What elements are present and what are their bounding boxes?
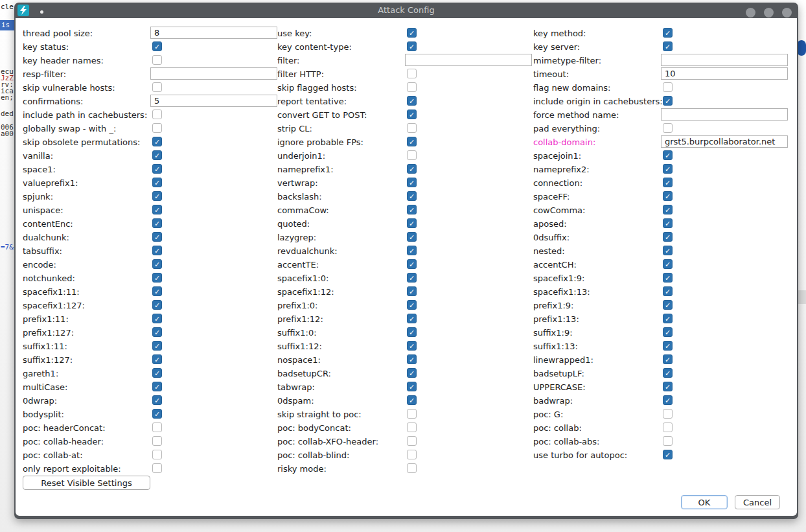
- minimize-button[interactable]: [746, 8, 755, 17]
- checkbox-unchecked[interactable]: [407, 450, 417, 459]
- checkbox-checked[interactable]: ✓: [663, 259, 673, 269]
- dialog-titlebar[interactable]: Attack Config: [14, 3, 798, 18]
- checkbox-checked[interactable]: ✓: [407, 164, 417, 174]
- checkbox-unchecked[interactable]: [407, 409, 417, 419]
- checkbox-checked[interactable]: ✓: [407, 191, 417, 201]
- text-input[interactable]: [661, 54, 788, 66]
- checkbox-checked[interactable]: ✓: [152, 354, 162, 364]
- checkbox-checked[interactable]: ✓: [663, 300, 673, 310]
- checkbox-checked[interactable]: ✓: [152, 246, 162, 255]
- checkbox-checked[interactable]: ✓: [152, 164, 162, 174]
- close-button[interactable]: [782, 8, 792, 17]
- checkbox-unchecked[interactable]: [663, 422, 673, 432]
- checkbox-checked[interactable]: ✓: [152, 137, 162, 146]
- checkbox-unchecked[interactable]: [152, 422, 162, 432]
- checkbox-checked[interactable]: ✓: [663, 218, 673, 228]
- checkbox-unchecked[interactable]: [152, 436, 162, 446]
- checkbox-checked[interactable]: ✓: [152, 368, 162, 378]
- checkbox-checked[interactable]: ✓: [663, 450, 673, 459]
- checkbox-checked[interactable]: ✓: [663, 368, 673, 378]
- reset-visible-settings-button[interactable]: Reset Visible Settings: [23, 476, 150, 490]
- checkbox-checked[interactable]: ✓: [663, 395, 673, 405]
- checkbox-unchecked[interactable]: [407, 123, 417, 133]
- checkbox-checked[interactable]: ✓: [407, 286, 417, 296]
- checkbox-checked[interactable]: ✓: [663, 314, 673, 323]
- checkbox-checked[interactable]: ✓: [407, 218, 417, 228]
- checkbox-checked[interactable]: ✓: [152, 341, 162, 351]
- checkbox-unchecked[interactable]: [407, 463, 417, 473]
- cancel-button[interactable]: Cancel: [735, 495, 780, 509]
- checkbox-checked[interactable]: ✓: [152, 259, 162, 269]
- checkbox-checked[interactable]: ✓: [663, 96, 673, 106]
- checkbox-checked[interactable]: ✓: [663, 354, 673, 364]
- checkbox-unchecked[interactable]: [152, 123, 162, 133]
- checkbox-checked[interactable]: ✓: [152, 327, 162, 337]
- checkbox-checked[interactable]: ✓: [407, 232, 417, 242]
- checkbox-unchecked[interactable]: [407, 436, 417, 446]
- checkbox-checked[interactable]: ✓: [407, 395, 417, 405]
- checkbox-checked[interactable]: ✓: [663, 164, 673, 174]
- checkbox-unchecked[interactable]: [663, 123, 673, 133]
- checkbox-unchecked[interactable]: [407, 150, 417, 160]
- checkbox-unchecked[interactable]: [663, 436, 673, 446]
- checkbox-checked[interactable]: ✓: [407, 382, 417, 391]
- checkbox-unchecked[interactable]: [663, 409, 673, 419]
- checkbox-checked[interactable]: ✓: [407, 354, 417, 364]
- text-input[interactable]: [661, 135, 788, 148]
- checkbox-checked[interactable]: ✓: [663, 150, 673, 160]
- ok-button[interactable]: OK: [681, 495, 728, 509]
- checkbox-checked[interactable]: ✓: [407, 341, 417, 351]
- checkbox-checked[interactable]: ✓: [663, 273, 673, 283]
- checkbox-unchecked[interactable]: [152, 82, 162, 92]
- maximize-button[interactable]: [764, 8, 774, 17]
- checkbox-checked[interactable]: ✓: [663, 382, 673, 391]
- checkbox-checked[interactable]: ✓: [663, 28, 673, 38]
- checkbox-checked[interactable]: ✓: [663, 327, 673, 337]
- checkbox-checked[interactable]: ✓: [407, 110, 417, 119]
- checkbox-checked[interactable]: ✓: [663, 191, 673, 201]
- checkbox-checked[interactable]: ✓: [152, 314, 162, 323]
- checkbox-checked[interactable]: ✓: [152, 409, 162, 419]
- checkbox-checked[interactable]: ✓: [407, 28, 417, 38]
- checkbox-unchecked[interactable]: [407, 69, 417, 78]
- checkbox-checked[interactable]: ✓: [663, 341, 673, 351]
- checkbox-checked[interactable]: ✓: [152, 178, 162, 187]
- checkbox-checked[interactable]: ✓: [407, 300, 417, 310]
- checkbox-checked[interactable]: ✓: [152, 300, 162, 310]
- checkbox-checked[interactable]: ✓: [663, 246, 673, 255]
- checkbox-checked[interactable]: ✓: [407, 246, 417, 255]
- checkbox-checked[interactable]: ✓: [407, 368, 417, 378]
- checkbox-checked[interactable]: ✓: [663, 232, 673, 242]
- text-input[interactable]: [150, 95, 277, 107]
- text-input[interactable]: [661, 67, 788, 80]
- checkbox-unchecked[interactable]: [152, 450, 162, 459]
- checkbox-checked[interactable]: ✓: [407, 327, 417, 337]
- checkbox-checked[interactable]: ✓: [663, 41, 673, 51]
- checkbox-checked[interactable]: ✓: [663, 205, 673, 214]
- checkbox-checked[interactable]: ✓: [663, 286, 673, 296]
- checkbox-checked[interactable]: ✓: [407, 41, 417, 51]
- checkbox-checked[interactable]: ✓: [407, 273, 417, 283]
- checkbox-unchecked[interactable]: [152, 110, 162, 119]
- checkbox-checked[interactable]: ✓: [152, 218, 162, 228]
- checkbox-unchecked[interactable]: [407, 82, 417, 92]
- checkbox-checked[interactable]: ✓: [407, 96, 417, 106]
- checkbox-checked[interactable]: ✓: [152, 286, 162, 296]
- checkbox-unchecked[interactable]: [407, 422, 417, 432]
- checkbox-checked[interactable]: ✓: [663, 178, 673, 187]
- checkbox-checked[interactable]: ✓: [152, 41, 162, 51]
- checkbox-checked[interactable]: ✓: [152, 232, 162, 242]
- text-input[interactable]: [405, 54, 532, 66]
- text-input[interactable]: [661, 108, 788, 121]
- checkbox-checked[interactable]: ✓: [407, 178, 417, 187]
- checkbox-unchecked[interactable]: [152, 55, 162, 65]
- checkbox-checked[interactable]: ✓: [407, 205, 417, 214]
- checkbox-checked[interactable]: ✓: [407, 137, 417, 146]
- checkbox-unchecked[interactable]: [663, 82, 673, 92]
- checkbox-checked[interactable]: ✓: [152, 150, 162, 160]
- text-input[interactable]: [150, 27, 277, 39]
- checkbox-checked[interactable]: ✓: [152, 382, 162, 391]
- checkbox-checked[interactable]: ✓: [152, 273, 162, 283]
- checkbox-checked[interactable]: ✓: [152, 205, 162, 214]
- checkbox-checked[interactable]: ✓: [407, 259, 417, 269]
